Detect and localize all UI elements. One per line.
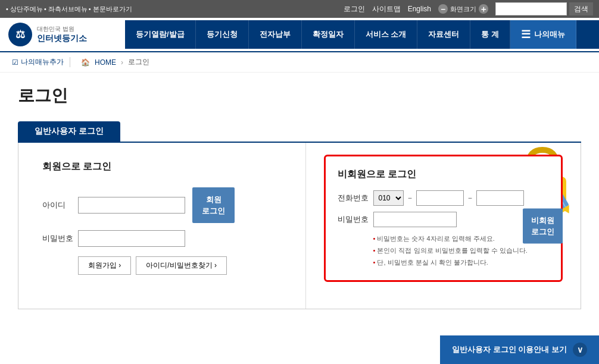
login-panel: 회원으로 로그인 아이디 회원로그인 비밀번호 회원가입 › 아이디/비밀번호찾…	[18, 143, 581, 309]
member-login-section: 회원으로 로그인 아이디 회원로그인 비밀번호 회원가입 › 아이디/비밀번호찾…	[18, 143, 306, 309]
my-menu-add-label: 나의매뉴추가	[21, 57, 64, 67]
site-header: ⚖ 대한민국 법원 인터넷등기소 등기열람/발급 등기신청 전자납부 확정일자 …	[0, 18, 599, 52]
member-login-title: 회원으로 로그인	[42, 161, 282, 173]
login-link[interactable]: 로그인	[344, 4, 365, 14]
hamburger-icon: ☰	[521, 28, 531, 41]
logo-main-title: 인터넷등기소	[37, 33, 87, 43]
phone-dash-2: －	[466, 193, 474, 203]
nav-service-intro[interactable]: 서비스 소개	[355, 20, 418, 49]
sitemap-link[interactable]: 사이트맵	[372, 4, 401, 14]
top-right-links: 로그인 사이트맵 English － 화면크기 ＋ 검색	[344, 2, 593, 15]
phone-prefix-select[interactable]: 010 011 016 017 018 019	[373, 190, 404, 206]
top-link-content[interactable]: 본문바로가기	[89, 5, 132, 14]
top-link-main-menu[interactable]: 상단주메뉴	[6, 5, 43, 14]
logo-text: 대한민국 법원 인터넷등기소	[37, 25, 87, 43]
notice-3: 단, 비밀번호 분실 시 확인 불가합니다.	[373, 257, 550, 269]
home-icon: 🏠	[81, 58, 90, 67]
my-menu-label: 나의매뉴	[534, 29, 565, 40]
breadcrumb-separator: ›	[121, 58, 123, 67]
page-title: 로그인	[18, 84, 581, 107]
nm-pw-label: 비밀번호	[338, 214, 373, 225]
nav-registry-apply[interactable]: 등기신청	[196, 20, 249, 49]
nm-pw-form-row: 비밀번호	[338, 212, 550, 227]
phone-label: 전화번호	[338, 193, 373, 203]
signup-button[interactable]: 회원가입 ›	[78, 256, 131, 275]
nonmember-login-section: 비회원으로 로그인 전화번호 010 011 016 017 018 019	[306, 143, 581, 309]
breadcrumb-current: 로그인	[128, 57, 149, 67]
search-input[interactable]	[495, 2, 567, 15]
logo-subtitle: 대한민국 법원	[37, 25, 87, 33]
svg-text:⚖: ⚖	[15, 29, 25, 40]
pw-form-row: 비밀번호	[42, 230, 282, 247]
login-tab-bar: 일반사용자 로그인	[18, 121, 581, 143]
phone-last-input[interactable]	[476, 190, 524, 206]
member-login-button[interactable]: 회원로그인	[192, 187, 235, 223]
phone-dash-1: －	[406, 193, 414, 203]
nonmember-password-input[interactable]	[373, 212, 457, 227]
general-user-login-tab[interactable]: 일반사용자 로그인	[18, 121, 120, 142]
action-buttons: 회원가입 › 아이디/비밀번호찾기 ›	[78, 256, 282, 275]
nonmember-login-button[interactable]: 비회원로그인	[523, 208, 563, 243]
phone-form-row: 전화번호 010 011 016 017 018 019 －	[338, 190, 550, 206]
phone-middle-input[interactable]	[416, 190, 464, 206]
nav-data-center[interactable]: 자료센터	[417, 20, 470, 49]
phone-inputs: 010 011 016 017 018 019 － －	[373, 190, 524, 206]
nav-my-menu[interactable]: ☰ 나의매뉴	[510, 20, 576, 49]
search-button[interactable]: 검색	[569, 2, 593, 15]
screen-size-decrease[interactable]: －	[438, 4, 448, 14]
screen-size-control: － 화면크기 ＋	[438, 4, 488, 14]
english-link[interactable]: English	[408, 5, 431, 13]
password-input[interactable]	[78, 230, 185, 247]
nonmember-login-title: 비회원으로 로그인	[338, 168, 550, 181]
top-link-sub-menu[interactable]: 좌측서브메뉴	[44, 5, 88, 14]
nav-electronic-payment[interactable]: 전자납부	[249, 20, 302, 49]
nav-statistics[interactable]: 통 계	[470, 20, 510, 49]
page-content: 로그인 일반사용자 로그인	[0, 73, 599, 321]
id-form-row: 아이디 회원로그인	[42, 187, 282, 223]
pw-label: 비밀번호	[42, 233, 78, 244]
notice-2: 본인이 직접 임의로 비밀번호를 입력할 수 있습니다.	[373, 245, 550, 257]
nav-fixed-date[interactable]: 확정일자	[302, 20, 355, 49]
top-left-links: 상단주메뉴 좌측서브메뉴 본문바로가기	[6, 5, 132, 14]
find-account-button[interactable]: 아이디/비밀번호찾기 ›	[136, 256, 227, 275]
logo-area[interactable]: ⚖ 대한민국 법원 인터넷등기소	[0, 18, 125, 51]
breadcrumb-home[interactable]: HOME	[95, 58, 116, 67]
screen-size-label: 화면크기	[450, 5, 476, 14]
top-utility-bar: 상단주메뉴 좌측서브메뉴 본문바로가기 로그인 사이트맵 English － 화…	[0, 0, 599, 18]
nav-registry-view[interactable]: 등기열람/발급	[125, 20, 196, 49]
breadcrumb-bar: ☑ 나의매뉴추가 🏠 HOME › 로그인	[0, 52, 599, 73]
main-navigation: 등기열람/발급 등기신청 전자납부 확정일자 서비스 소개 자료센터 통 계 ☰…	[125, 20, 599, 49]
screen-size-increase[interactable]: ＋	[479, 4, 488, 14]
my-menu-add[interactable]: ☑ 나의매뉴추가	[12, 57, 70, 67]
id-input[interactable]	[78, 197, 185, 214]
search-bar: 검색	[495, 2, 593, 15]
logo-icon: ⚖	[8, 23, 32, 46]
check-icon: ☑	[12, 58, 18, 67]
id-label: 아이디	[42, 200, 78, 211]
